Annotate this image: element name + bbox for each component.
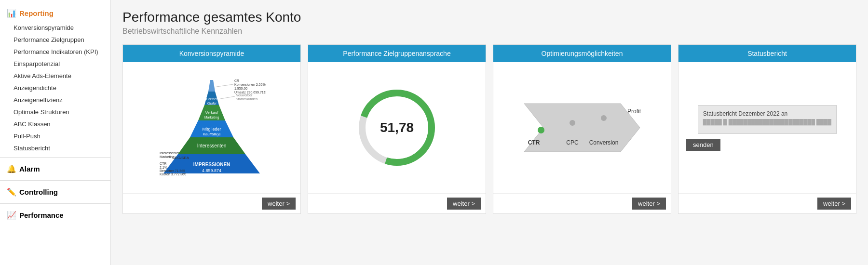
sidebar-alarm-label: Alarm (19, 165, 40, 173)
sidebar-item-anzeigeneffizienz[interactable]: Anzeigeneffizienz (0, 94, 110, 106)
svg-text:Mitglieder: Mitglieder (202, 127, 221, 132)
svg-text:Marketing: Marketing (160, 155, 175, 159)
controlling-icon: ✏️ (7, 187, 16, 197)
card-header-performance-zielgruppe: Performance Zielgruppenansprache (308, 45, 486, 62)
svg-marker-21 (208, 80, 215, 92)
svg-text:2.1%: 2.1% (160, 166, 167, 169)
arrow-svg: CTR CPC Conversion Profit (501, 75, 663, 181)
svg-text:CTR: CTR (160, 162, 166, 165)
svg-text:Profit: Profit (627, 108, 641, 115)
performance-icon: 📈 (7, 211, 16, 220)
sidebar-performance-label: Performance (19, 211, 64, 219)
svg-text:1.950.00: 1.950.00 (234, 87, 247, 90)
card-header-optimierungsmoeglichkeiten: Optimierungsmöglichkeiten (493, 45, 671, 62)
card-body-konversionspyramide: IMPRESSIONEN 4.859.874 SEO/SEA Interesse… (123, 62, 300, 193)
card-footer-konversionspyramide: weiter > (123, 193, 300, 213)
donut-chart: 51,78 (353, 84, 440, 171)
page-subtitle: Betriebswirtschaftliche Kennzahlen (122, 27, 856, 36)
alarm-icon: 🔔 (7, 164, 16, 173)
sidebar-item-aktive-ads-elemente[interactable]: Aktive Ads-Elemente (0, 70, 110, 82)
weiter-button-statusbericht[interactable]: weiter > (817, 198, 851, 210)
sidebar-reporting-label: Reporting (19, 9, 54, 17)
svg-line-27 (220, 96, 235, 99)
svg-text:CPC: CPC (566, 139, 579, 146)
sidebar-nav: KonversionspyramidePerformance Zielgrupp… (0, 22, 110, 154)
donut-value: 51,78 (380, 120, 414, 135)
sidebar-item-performance-zielgruppen[interactable]: Performance Zielgruppen (0, 34, 110, 46)
arrow-chart: CTR CPC Conversion Profit (501, 75, 663, 181)
svg-text:Marketing: Marketing (204, 116, 219, 119)
svg-text:Kosten 3.772.86€: Kosten 3.772.86€ (160, 172, 186, 176)
sidebar-controlling-header[interactable]: ✏️ Controlling (0, 184, 110, 200)
sidebar-reporting-header[interactable]: 📊 Reporting (0, 5, 110, 22)
card-optimierungsmoeglichkeiten: Optimierungsmöglichkeiten CTR (493, 44, 671, 214)
sidebar-item-statusbericht[interactable]: Statusbericht (0, 142, 110, 154)
card-body-statusbericht: Statusbericht Dezember 2022 an █████ █ █… (678, 62, 856, 193)
sidebar-divider-2 (0, 180, 110, 181)
card-footer-statusbericht: weiter > (678, 193, 856, 213)
pyramid-chart: IMPRESSIONEN 4.859.874 SEO/SEA Interesse… (131, 70, 293, 186)
svg-point-38 (601, 115, 607, 121)
status-text-area: Statusbericht Dezember 2022 an █████ █ █… (698, 105, 837, 134)
svg-text:Konversionen 2.55%: Konversionen 2.55% (234, 83, 266, 86)
svg-text:Stammkunden: Stammkunden (236, 97, 258, 101)
svg-text:SEO/SEA: SEO/SEA (172, 156, 190, 160)
sidebar-item-konversionspyramide[interactable]: Konversionspyramide (0, 22, 110, 34)
card-header-konversionspyramide: Konversionspyramide (123, 45, 300, 62)
pyramid-svg: IMPRESSIONEN 4.859.874 SEO/SEA Interesse… (149, 72, 274, 183)
svg-text:Verkauf: Verkauf (205, 110, 218, 115)
svg-text:CR: CR (234, 79, 239, 82)
card-performance-zielgruppe: Performance Zielgruppenansprache 51,78 w… (308, 44, 486, 214)
svg-text:IMPRESSIONEN: IMPRESSIONEN (193, 162, 231, 167)
sidebar-item-performance-indikatoren-(kpi)[interactable]: Performance Indikatoren (KPI) (0, 46, 110, 58)
card-footer-performance-zielgruppe: weiter > (308, 193, 486, 213)
sidebar-performance-header[interactable]: 📈 Performance (0, 207, 110, 224)
svg-text:Partner: Partner (206, 97, 218, 101)
card-body-performance-zielgruppe: 51,78 (308, 62, 486, 193)
svg-text:4.859.874: 4.859.874 (202, 168, 221, 173)
reporting-icon: 📊 (7, 9, 16, 18)
svg-point-36 (570, 120, 575, 126)
main-content: Performance gesamtes Konto Betriebswirts… (111, 0, 868, 265)
svg-text:Interessenten: Interessenten (197, 143, 227, 148)
svg-point-34 (538, 127, 544, 133)
status-text-line1: Statusbericht Dezember 2022 an (703, 110, 831, 117)
svg-text:Conversion: Conversion (589, 139, 619, 146)
sidebar-item-abc-klassen[interactable]: ABC Klassen (0, 118, 110, 130)
cards-row: Konversionspyramide IMPRESSIONEN 4.859.8… (122, 44, 856, 214)
status-text-line2: █████ █ ███████████████████████ ████ (703, 119, 831, 125)
senden-button[interactable]: senden (686, 139, 720, 151)
sidebar-item-anzeigendichte[interactable]: Anzeigendichte (0, 82, 110, 94)
card-body-optimierungsmoeglichkeiten: CTR CPC Conversion Profit (493, 62, 671, 193)
sidebar-divider-1 (0, 157, 110, 158)
card-footer-optimierungsmoeglichkeiten: weiter > (493, 193, 671, 213)
svg-text:Käufer: Käufer (207, 102, 217, 105)
weiter-button-optimierungsmoeglichkeiten[interactable]: weiter > (632, 198, 666, 210)
sidebar-divider-3 (0, 203, 110, 204)
svg-text:Besucher 71.565: Besucher 71.565 (160, 169, 185, 172)
svg-text:CTR: CTR (528, 139, 540, 146)
svg-text:Neuwerber: Neuwerber (236, 93, 253, 97)
sidebar-alarm-header[interactable]: 🔔 Alarm (0, 160, 110, 177)
page-title: Performance gesamtes Konto (122, 10, 856, 25)
sidebar-item-optimale-strukturen[interactable]: Optimale Strukturen (0, 106, 110, 118)
weiter-button-performance-zielgruppe[interactable]: weiter > (447, 198, 481, 210)
sidebar-item-pull-push[interactable]: Pull-Push (0, 130, 110, 142)
card-konversionspyramide: Konversionspyramide IMPRESSIONEN 4.859.8… (122, 44, 301, 214)
card-header-statusbericht: Statusbericht (678, 45, 856, 62)
svg-line-22 (217, 84, 233, 87)
sidebar-controlling-label: Controlling (19, 188, 58, 196)
sidebar-item-einsparpotenzial[interactable]: Einsparpotenzial (0, 58, 110, 70)
weiter-button-konversionspyramide[interactable]: weiter > (262, 198, 296, 210)
sidebar: 📊 Reporting KonversionspyramidePerforman… (0, 0, 111, 265)
card-statusbericht: Statusbericht Statusbericht Dezember 202… (678, 44, 856, 214)
svg-text:Kauffällige: Kauffällige (203, 132, 221, 136)
